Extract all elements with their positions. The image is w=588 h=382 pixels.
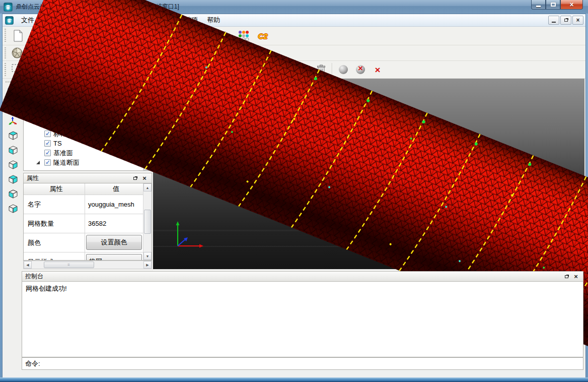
delete-x-icon: × bbox=[375, 65, 380, 75]
c2-button[interactable]: C2 bbox=[254, 28, 271, 44]
command-prompt-label: 命令: bbox=[25, 359, 40, 368]
delete-sphere-button[interactable] bbox=[353, 62, 368, 77]
delete-sphere-icon bbox=[356, 65, 365, 74]
tree-checkbox[interactable] bbox=[44, 159, 51, 166]
prop-header-value: 值 bbox=[85, 183, 143, 195]
tree-checkbox[interactable] bbox=[44, 150, 51, 156]
tree-checkbox[interactable] bbox=[44, 131, 51, 137]
view-cube-back-icon bbox=[8, 174, 19, 185]
window-frame-bottom bbox=[0, 377, 588, 382]
close-icon: × bbox=[142, 175, 146, 181]
properties-scrollbar[interactable]: ▲ ▼ bbox=[143, 183, 152, 260]
display-style-dropdown[interactable]: 格网 bbox=[86, 254, 142, 260]
new-file-button[interactable] bbox=[10, 28, 27, 44]
toolbar-grip[interactable] bbox=[4, 29, 8, 43]
properties-panel-title: 属性 bbox=[27, 174, 39, 182]
view-cube-left-icon bbox=[8, 188, 19, 200]
scrollbar-thumb[interactable]: ≡ bbox=[44, 262, 94, 268]
prop-row-display-style: 显示样式 格网 bbox=[24, 252, 143, 260]
properties-panel-float-button[interactable] bbox=[131, 175, 139, 182]
prop-value[interactable]: 36582 bbox=[85, 214, 143, 233]
properties-panel: 属性 × 属性 值 名字 yougguia_mesh 网格数量 36582 bbox=[23, 173, 152, 269]
set-color-button[interactable]: 设置颜色 bbox=[86, 235, 142, 250]
view-front-button[interactable] bbox=[6, 158, 21, 172]
console-panel-float-button[interactable] bbox=[562, 273, 570, 280]
view-bottom-button[interactable] bbox=[6, 143, 21, 157]
view-left-button[interactable] bbox=[6, 187, 21, 201]
console-panel-close-button[interactable]: × bbox=[572, 273, 580, 280]
delete-x-button[interactable]: × bbox=[370, 62, 385, 77]
mdi-restore-button[interactable] bbox=[560, 16, 571, 25]
mdi-close-icon: × bbox=[576, 17, 579, 23]
mdi-minimize-icon bbox=[552, 22, 556, 23]
smooth-sphere-icon bbox=[339, 65, 348, 74]
window-minimize-button[interactable] bbox=[531, 0, 546, 10]
mdi-child-icon bbox=[5, 16, 14, 25]
tree-label[interactable]: 隧道断面 bbox=[53, 158, 80, 167]
prop-row-color: 颜色 设置颜色 bbox=[24, 233, 143, 252]
console-panel: 控制台 × 网格创建成功! 命令: bbox=[22, 271, 583, 370]
view-cube-top-icon bbox=[8, 130, 19, 141]
tree-checkbox[interactable] bbox=[44, 140, 51, 147]
window-maximize-button[interactable] bbox=[546, 0, 560, 10]
properties-panel-titlebar: 属性 × bbox=[23, 173, 152, 183]
scroll-right-icon[interactable]: ▶ bbox=[143, 261, 152, 269]
toolbar-grip[interactable] bbox=[4, 47, 8, 58]
console-panel-titlebar: 控制台 × bbox=[22, 271, 583, 282]
tunnel-mesh-scene bbox=[153, 79, 584, 269]
maximize-icon bbox=[551, 3, 556, 7]
tree-label[interactable]: TS bbox=[53, 140, 62, 147]
minimize-icon bbox=[536, 6, 541, 7]
prop-name: 名字 bbox=[24, 195, 85, 214]
console-panel-title: 控制台 bbox=[25, 272, 43, 281]
console-output: 网格创建成功! bbox=[22, 282, 583, 357]
toolbar-grip[interactable] bbox=[4, 63, 8, 76]
prop-row-name: 名字 yougguia_mesh bbox=[24, 195, 143, 214]
view-back-button[interactable] bbox=[6, 172, 21, 186]
toolbar-separator bbox=[332, 63, 333, 76]
tree-expand-icon[interactable] bbox=[36, 161, 44, 164]
mdi-restore-icon bbox=[564, 19, 568, 22]
properties-panel-close-button[interactable]: × bbox=[140, 175, 149, 182]
scroll-up-icon[interactable]: ▲ bbox=[143, 183, 152, 192]
prop-row-mesh-count: 网格数量 36582 bbox=[24, 214, 143, 233]
view-cube-right-icon bbox=[8, 203, 19, 214]
mdi-minimize-button[interactable] bbox=[548, 16, 559, 25]
prop-value[interactable]: yougguia_mesh bbox=[85, 195, 143, 214]
prop-name: 网格数量 bbox=[24, 214, 85, 233]
float-icon bbox=[565, 275, 568, 278]
3d-viewport[interactable] bbox=[153, 79, 584, 269]
scroll-down-icon[interactable]: ▼ bbox=[143, 252, 152, 260]
float-icon bbox=[133, 177, 137, 180]
command-row[interactable]: 命令: bbox=[22, 357, 583, 370]
properties-hscrollbar[interactable]: ◀ ▶ ≡ bbox=[23, 261, 152, 269]
scrollbar-thumb[interactable] bbox=[144, 210, 151, 234]
properties-table: 属性 值 名字 yougguia_mesh 网格数量 36582 颜色 设置颜色 bbox=[23, 183, 152, 261]
smooth-sphere-button[interactable] bbox=[336, 62, 351, 77]
prop-header-name: 属性 bbox=[24, 183, 85, 195]
new-file-icon bbox=[13, 30, 24, 42]
app-logo-icon bbox=[4, 3, 13, 12]
mdi-close-button[interactable]: × bbox=[572, 16, 583, 25]
view-cube-front-icon bbox=[8, 159, 19, 170]
c2-icon: C2 bbox=[258, 32, 267, 40]
close-icon: × bbox=[574, 273, 578, 280]
view-top-button[interactable] bbox=[6, 129, 21, 143]
console-message: 网格创建成功! bbox=[26, 285, 67, 292]
window-close-button[interactable]: × bbox=[560, 0, 583, 10]
view-right-button[interactable] bbox=[6, 202, 21, 216]
prop-name: 显示样式 bbox=[24, 252, 85, 260]
view-cube-bottom-icon bbox=[8, 145, 19, 156]
scroll-left-icon[interactable]: ◀ bbox=[24, 261, 32, 269]
tree-label[interactable]: 基准面 bbox=[53, 149, 73, 158]
close-icon: × bbox=[569, 1, 573, 8]
app-window-body: 文件 编辑 显示 选取(S) 断面 对象 工具 选项 帮助 × A bbox=[2, 14, 586, 378]
prop-name: 颜色 bbox=[24, 233, 85, 252]
command-input[interactable] bbox=[40, 358, 583, 369]
